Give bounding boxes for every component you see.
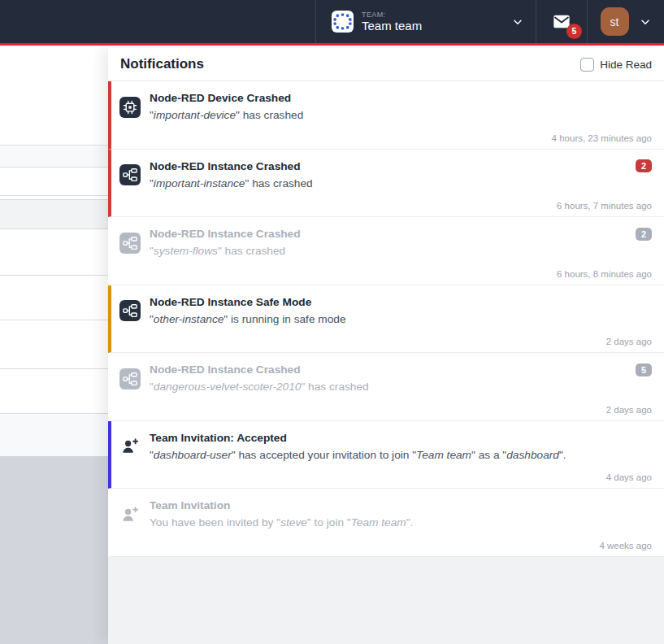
notification-count-badge: 5 [636, 363, 652, 376]
notification-item[interactable]: Team Invitation: Accepted "dashboard-use… [108, 421, 664, 490]
notification-count-badge: 2 [636, 159, 652, 172]
notification-title: Node-RED Device Crashed [150, 89, 652, 107]
notification-title: Node-RED Instance Crashed [150, 158, 629, 175]
notification-list: Node-RED Device Crashed "important-devic… [108, 81, 664, 557]
notification-item[interactable]: Node-RED Device Crashed "important-devic… [108, 81, 664, 150]
notification-text: Team Invitation: Accepted "dashboard-use… [150, 429, 652, 464]
notification-title: Node-RED Instance Crashed [150, 225, 629, 242]
notification-text: Team Invitation You have been invited by… [150, 497, 652, 532]
notification-timestamp: 4 days ago [606, 472, 652, 482]
notification-timestamp: 6 hours, 8 minutes ago [557, 269, 652, 279]
device-chip-icon [119, 97, 141, 118]
notification-timestamp: 2 days ago [606, 337, 652, 346]
notifications-panel-header: Notifications Hide Read [108, 48, 664, 81]
notification-message: "important-device" has crashed [150, 107, 652, 124]
notification-main: Node-RED Instance Crashed 2 "important-i… [119, 158, 652, 193]
notification-main: Node-RED Instance Safe Mode "other-insta… [119, 294, 652, 329]
notification-text: Node-RED Instance Crashed 2 "important-i… [150, 158, 652, 193]
notification-timestamp: 4 hours, 23 minutes ago [552, 133, 652, 143]
panel-empty-space [108, 557, 664, 644]
notification-main: Team Invitation You have been invited by… [119, 497, 652, 532]
notification-message: "dashboard-user" has accepted your invit… [150, 446, 652, 464]
hide-read-checkbox[interactable] [580, 58, 594, 72]
chevron-down-icon [511, 15, 524, 28]
notification-item[interactable]: Team Invitation You have been invited by… [108, 489, 664, 557]
notification-main: Team Invitation: Accepted "dashboard-use… [119, 429, 652, 464]
navbar-spacer [0, 0, 315, 43]
notification-text: Node-RED Instance Crashed 2 "system-flow… [150, 225, 652, 260]
user-plus-icon [119, 504, 141, 525]
user-plus-icon [119, 436, 141, 457]
notification-text: Node-RED Instance Safe Mode "other-insta… [150, 294, 652, 329]
instance-icon [119, 164, 141, 185]
notification-message: "other-instance" is running in safe mode [150, 311, 652, 329]
notification-title: Node-RED Instance Crashed [150, 361, 629, 378]
team-selector[interactable]: TEAM: Team team [315, 0, 536, 43]
notification-main: Node-RED Device Crashed "important-devic… [119, 89, 652, 124]
instance-icon [119, 233, 141, 254]
notification-title: Team Invitation: Accepted [150, 429, 652, 446]
notification-item[interactable]: Node-RED Instance Crashed 2 "important-i… [108, 150, 664, 218]
notification-main: Node-RED Instance Crashed 2 "system-flow… [119, 225, 652, 260]
hide-read-toggle[interactable]: Hide Read [580, 58, 652, 72]
team-name-label: Team team [362, 19, 503, 33]
hide-read-label: Hide Read [600, 59, 652, 71]
notification-timestamp: 2 days ago [606, 405, 652, 415]
notification-main: Node-RED Instance Crashed 5 "dangerous-v… [119, 361, 652, 396]
instance-icon [119, 300, 141, 321]
notification-title: Node-RED Instance Safe Mode [150, 294, 652, 311]
user-avatar: st [601, 7, 629, 36]
notification-item[interactable]: Node-RED Instance Crashed 2 "system-flow… [108, 217, 664, 285]
notification-message: "important-instance" has crashed [150, 175, 652, 193]
notification-timestamp: 6 hours, 7 minutes ago [557, 201, 652, 211]
instance-icon [119, 368, 141, 389]
notifications-panel: Notifications Hide Read Node-RED Device … [108, 48, 664, 644]
notification-title: Team Invitation [150, 497, 652, 514]
notification-message: You have been invited by "steve" to join… [150, 514, 652, 532]
notification-item[interactable]: Node-RED Instance Crashed 5 "dangerous-v… [108, 353, 664, 421]
notification-item[interactable]: Node-RED Instance Safe Mode "other-insta… [108, 285, 664, 354]
panel-title: Notifications [120, 56, 204, 72]
notification-text: Node-RED Device Crashed "important-devic… [150, 89, 652, 124]
notification-message: "system-flows" has crashed [150, 242, 652, 260]
unread-count-badge: 5 [566, 24, 582, 39]
notification-text: Node-RED Instance Crashed 5 "dangerous-v… [150, 361, 652, 396]
chevron-down-icon [639, 15, 652, 28]
user-menu[interactable]: st [587, 0, 664, 43]
team-kicker-label: TEAM: [362, 11, 503, 19]
notification-message: "dangerous-velvet-scoter-2010" has crash… [150, 378, 652, 396]
notifications-mail-button[interactable]: 5 [536, 0, 587, 43]
notification-timestamp: 4 weeks ago [599, 541, 652, 550]
notification-count-badge: 2 [636, 228, 652, 241]
team-labels: TEAM: Team team [362, 11, 503, 33]
top-navbar: TEAM: Team team 5 st [0, 0, 664, 46]
mail-icon: 5 [551, 13, 572, 31]
team-avatar-icon [332, 11, 354, 33]
